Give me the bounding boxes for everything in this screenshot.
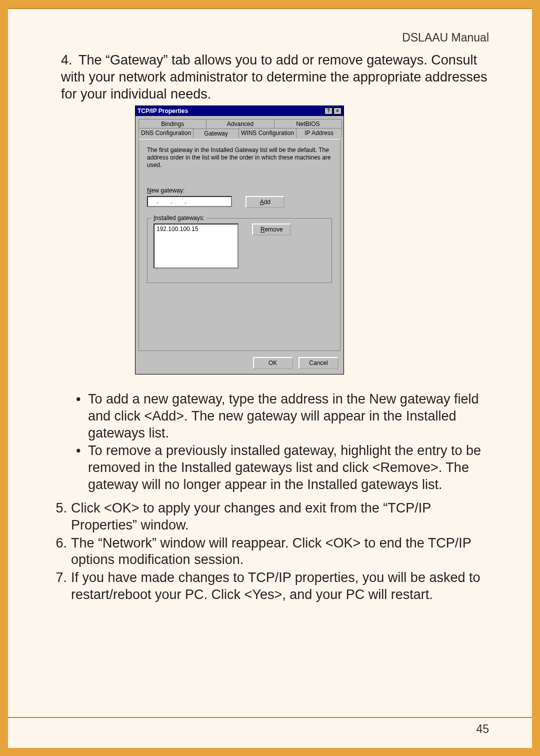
tab-bindings[interactable]: Bindings: [138, 119, 206, 128]
ok-button[interactable]: OK: [253, 357, 293, 369]
installed-gateways-label: Installed gateways:: [152, 214, 206, 222]
step-4: 4. The “Gateway” tab allows you to add o…: [61, 52, 488, 102]
page-number: 45: [476, 722, 489, 736]
remove-button[interactable]: Remove: [252, 224, 291, 236]
manual-title: DSLAAU Manual: [402, 31, 489, 44]
tcpip-properties-dialog: TCP/IP Properties ? × Bindings Advanced …: [135, 106, 344, 374]
tab-wins-configuration[interactable]: WINS Configuration: [238, 128, 296, 138]
dialog-buttons: OK Cancel: [249, 357, 338, 369]
new-gateway-label: New gateway:: [147, 187, 332, 194]
step-7-number: 7.: [50, 570, 71, 604]
step-5-text: Click <OK> to apply your changes and exi…: [71, 500, 488, 534]
gateway-tab-panel: The first gateway in the Installed Gatew…: [138, 139, 340, 351]
tab-ip-address[interactable]: IP Address: [296, 128, 342, 138]
installed-gateways-list[interactable]: 192.100.100.15: [154, 224, 238, 268]
bullet-1: To add a new gateway, type the address i…: [88, 391, 488, 442]
tab-advanced[interactable]: Advanced: [206, 119, 274, 128]
tab-dns-configuration[interactable]: DNS Configuration: [138, 128, 194, 138]
bullet-2: To remove a previously installed gateway…: [88, 442, 488, 493]
new-gateway-input[interactable]: ...: [147, 196, 232, 207]
step-4-number: 4.: [61, 52, 75, 69]
tab-gateway[interactable]: Gateway: [193, 128, 239, 138]
step-6-number: 6.: [50, 535, 71, 569]
help-icon[interactable]: ?: [324, 108, 332, 114]
gateway-description: The first gateway in the Installed Gatew…: [147, 146, 332, 169]
manual-page: DSLAAU Manual 4. The “Gateway” tab allow…: [8, 8, 532, 748]
cancel-button[interactable]: Cancel: [298, 357, 338, 369]
step-7-text: If you have made changes to TCP/IP prope…: [71, 570, 488, 604]
installed-gateways-group: Installed gateways: 192.100.100.15 Remov…: [147, 218, 332, 283]
steps-5-6-7: 5. Click <OK> to apply your changes and …: [50, 500, 488, 604]
dialog-title: TCP/IP Properties: [138, 108, 324, 114]
bullet-dot: •: [76, 391, 88, 442]
footer-divider: [8, 717, 532, 718]
step-4-text: The “Gateway” tab allows you to add or r…: [61, 52, 487, 102]
close-icon[interactable]: ×: [334, 108, 342, 114]
bullet-dot: •: [76, 442, 88, 493]
dialog-titlebar[interactable]: TCP/IP Properties ? ×: [136, 106, 344, 116]
tab-netbios[interactable]: NetBIOS: [274, 119, 342, 128]
step-5-number: 5.: [50, 500, 71, 534]
step-6-text: The “Network” window will reappear. Clic…: [71, 535, 488, 569]
step-4-bullets: • To add a new gateway, type the address…: [76, 391, 488, 494]
add-button[interactable]: Add: [246, 196, 284, 208]
tab-strip: Bindings Advanced NetBIOS DNS Configurat…: [138, 119, 340, 139]
